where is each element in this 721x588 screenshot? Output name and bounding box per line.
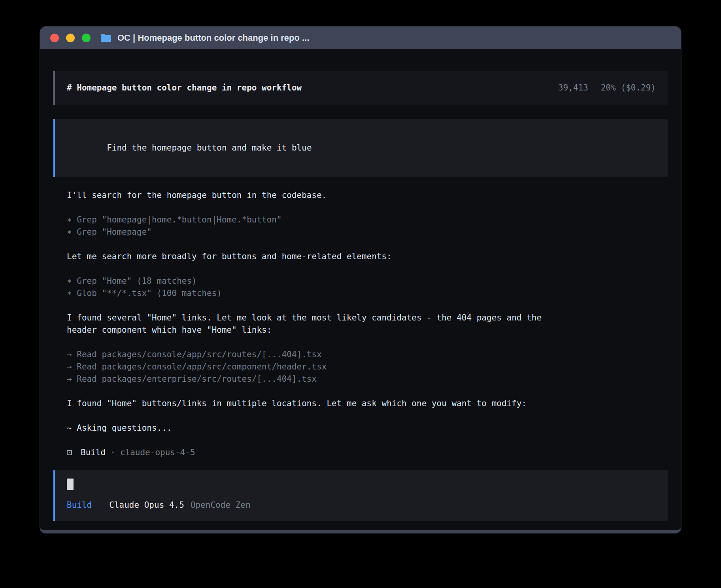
folder-icon: [100, 33, 112, 43]
assistant-message: I'll search for the homepage button in t…: [67, 189, 668, 202]
input-meta-row: Build Claude Opus 4.5 OpenCode Zen: [67, 499, 656, 511]
assistant-message: I found "Home" buttons/links in multiple…: [67, 398, 668, 410]
status-bar-left: ········ esc interrupt: [67, 531, 209, 533]
text-cursor: [67, 479, 74, 490]
input-model-label: Claude Opus 4.5: [109, 499, 184, 511]
shortcut-label: agents: [550, 531, 580, 533]
agent-separator: ·: [110, 447, 115, 459]
session-header: # Homepage button color change in repo w…: [53, 71, 668, 105]
user-message: Find the homepage button and make it blu…: [53, 119, 668, 177]
tool-call-line: ∗ Glob "**/*.tsx" (100 matches): [67, 287, 668, 300]
asking-questions-line: ~ Asking questions...: [67, 422, 668, 434]
terminal-window: OC | Homepage button color change in rep…: [40, 26, 681, 533]
spinner-icon: ········: [67, 531, 136, 533]
user-message-text: Find the homepage button and make it blu…: [107, 143, 311, 153]
window-title: OC | Homepage button color change in rep…: [117, 33, 309, 43]
shortcut-key: ctrl+t: [443, 531, 473, 533]
input-mode-label: Build: [67, 499, 92, 511]
tool-call-group: ∗ Grep "homepage|home.*button|Home.*butt…: [67, 214, 668, 238]
shortcut-label: variants: [477, 531, 517, 533]
shortcut-commands: ctrl+p commands: [593, 531, 668, 533]
tool-call-line: ∗ Grep "Home" (18 matches): [67, 275, 668, 287]
shortcut-key: tab: [530, 531, 545, 533]
input-provider-label: OpenCode Zen: [191, 499, 251, 511]
zoom-button[interactable]: [82, 34, 91, 42]
close-button[interactable]: [50, 34, 59, 42]
traffic-lights: [50, 34, 91, 42]
token-count: 39,413: [558, 82, 588, 94]
assistant-status: ~ Asking questions...: [67, 422, 668, 434]
shortcut-agents: tab agents: [530, 531, 580, 533]
title-group: OC | Homepage button color change in rep…: [100, 33, 309, 43]
tool-call-group: ∗ Grep "Home" (18 matches) ∗ Glob "**/*.…: [67, 275, 668, 300]
assistant-text-line: I found several "Home" links. Let me loo…: [67, 312, 668, 324]
assistant-text-line: header component which have "Home" links…: [67, 324, 668, 336]
tool-call-line: → Read packages/enterprise/src/routes/[.…: [67, 373, 668, 385]
shortcut-interrupt: esc interrupt: [145, 531, 209, 533]
shortcut-key: esc: [145, 531, 160, 533]
window-titlebar: OC | Homepage button color change in rep…: [40, 26, 681, 49]
terminal-body: # Homepage button color change in repo w…: [40, 71, 681, 533]
agent-name: Build: [81, 447, 106, 459]
minimize-button[interactable]: [66, 34, 75, 42]
context-usage: 20% ($0.29): [601, 82, 656, 94]
shortcut-label: commands: [628, 531, 668, 533]
session-stats: 39,413 20% ($0.29): [558, 82, 656, 94]
shortcut-variants: ctrl+t variants: [443, 531, 517, 533]
shortcut-key: ctrl+p: [593, 531, 623, 533]
agent-model: claude-opus-4-5: [120, 447, 195, 459]
assistant-message: I found several "Home" links. Let me loo…: [67, 312, 668, 336]
agent-status-line: Build · claude-opus-4-5: [67, 447, 668, 459]
status-bar: ········ esc interrupt ctrl+t variants t…: [53, 531, 668, 533]
tool-call-line: → Read packages/console/app/src/componen…: [67, 361, 668, 373]
tool-call-line: ∗ Grep "Homepage": [67, 226, 668, 238]
assistant-text-line: Let me search more broadly for buttons a…: [67, 251, 668, 263]
assistant-message: Let me search more broadly for buttons a…: [67, 251, 668, 263]
assistant-text-line: I found "Home" buttons/links in multiple…: [67, 398, 668, 410]
tool-call-group: → Read packages/console/app/src/routes/[…: [67, 349, 668, 385]
assistant-text-line: I'll search for the homepage button in t…: [67, 189, 668, 202]
tool-call-line: ∗ Grep "homepage|home.*button|Home.*butt…: [67, 214, 668, 226]
tool-call-line: → Read packages/console/app/src/routes/[…: [67, 349, 668, 361]
status-bar-right: ctrl+t variants tab agents ctrl+p comman…: [443, 531, 668, 533]
desktop-background: OC | Homepage button color change in rep…: [0, 0, 721, 588]
conversation: I'll search for the homepage button in t…: [53, 189, 668, 459]
session-title: # Homepage button color change in repo w…: [67, 82, 302, 94]
agent-icon: [67, 450, 72, 455]
shortcut-label: interrupt: [164, 531, 209, 533]
prompt-input[interactable]: Build Claude Opus 4.5 OpenCode Zen: [53, 470, 668, 521]
